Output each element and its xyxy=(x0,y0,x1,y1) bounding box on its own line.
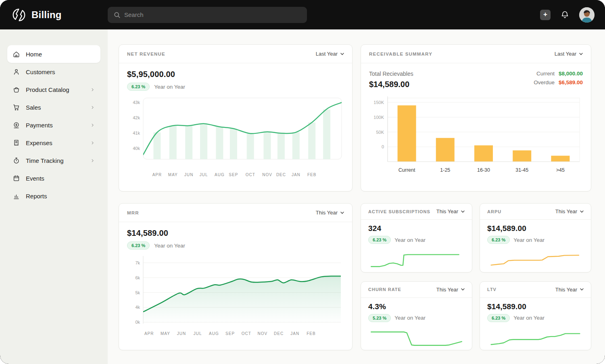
sidebar-item-home[interactable]: Home xyxy=(7,45,100,63)
svg-text:MAY: MAY xyxy=(161,331,170,336)
svg-text:0k: 0k xyxy=(135,320,140,324)
net-revenue-card: NET REVENUE Last Year $5,95,000.00 6.23 … xyxy=(119,44,353,191)
svg-text:0: 0 xyxy=(382,144,384,149)
sidebar-item-label: Reports xyxy=(26,193,47,200)
period-value: This Year xyxy=(555,208,577,214)
active-subscriptions-card: ACTIVE SUBSCRIPTIONS This Year 324 6.23 … xyxy=(361,203,472,272)
yoy-badge: 6.23 % xyxy=(127,83,150,91)
period-selector[interactable]: This Year xyxy=(436,287,465,293)
svg-text:100K: 100K xyxy=(373,115,384,120)
sidebar-item-time-tracking[interactable]: Time Tracking xyxy=(7,152,100,169)
sidebar-item-label: Events xyxy=(26,175,44,182)
user-avatar[interactable] xyxy=(579,7,595,23)
yoy-badge: 5.23 % xyxy=(368,314,391,322)
receivable-summary-card: RECEIVABLE SUMMARY Last Year Total Recie… xyxy=(361,44,591,191)
yoy-badge: 6.23 % xyxy=(487,236,510,244)
sidebar-item-payments[interactable]: Payments xyxy=(7,116,100,134)
card-title: ACTIVE SUBSCRIPTIONS xyxy=(368,209,430,214)
overdue-label: Overdue xyxy=(534,79,555,85)
sidebar-item-label: Sales xyxy=(26,104,41,111)
yoy-label: Year on Year xyxy=(394,315,426,321)
chevron-down-icon xyxy=(580,288,584,291)
notifications-bell-icon[interactable] xyxy=(560,10,570,19)
content: HomeCustomersProduct CatalogSalesPayment… xyxy=(0,29,605,364)
home-icon xyxy=(13,50,20,58)
bar-chart-icon xyxy=(13,192,20,200)
period-value: This Year xyxy=(316,210,338,216)
chevron-right-icon xyxy=(90,105,95,110)
svg-text:JUN: JUN xyxy=(177,331,186,336)
search-input[interactable] xyxy=(108,7,307,23)
svg-text:JUL: JUL xyxy=(200,173,208,177)
period-value: This Year xyxy=(555,287,577,293)
sidebar-item-reports[interactable]: Reports xyxy=(7,187,100,205)
current-value: $8,000.00 xyxy=(559,71,583,77)
yoy-label: Year on Year xyxy=(394,237,426,243)
mrr-value: $14,589.00 xyxy=(127,229,344,238)
main-content: NET REVENUE Last Year $5,95,000.00 6.23 … xyxy=(108,29,605,364)
svg-text:JUL: JUL xyxy=(194,331,202,336)
sidebar-item-sales[interactable]: Sales xyxy=(7,98,100,116)
period-selector[interactable]: Last Year xyxy=(555,51,583,57)
add-new-button[interactable]: + xyxy=(540,10,551,20)
sidebar-item-label: Customers xyxy=(26,69,55,75)
svg-text:MAY: MAY xyxy=(168,173,178,177)
card-title: LTV xyxy=(487,287,497,292)
sidebar-item-label: Product Catalog xyxy=(26,86,69,93)
yoy-label: Year on Year xyxy=(154,243,185,249)
svg-text:Current: Current xyxy=(398,167,415,173)
arpu-card: ARPU This Year $14,589.00 6.23 % Year on… xyxy=(480,203,591,272)
svg-text:AUG: AUG xyxy=(209,331,219,336)
net-revenue-value: $5,95,000.00 xyxy=(127,70,344,79)
ltv-value: $14,589.00 xyxy=(487,302,584,311)
period-selector[interactable]: This Year xyxy=(555,208,584,214)
chevron-down-icon xyxy=(580,210,584,213)
customers-icon xyxy=(13,68,20,76)
svg-text:OCT: OCT xyxy=(246,173,255,177)
period-selector[interactable]: This Year xyxy=(316,210,344,216)
card-title: RECEIVABLE SUMMARY xyxy=(369,52,432,56)
receivable-aging-chart: 150K100K50K0Current1-2516-3031-45>45 xyxy=(361,94,591,181)
sidebar-item-product-catalog[interactable]: Product Catalog xyxy=(7,81,100,98)
card-title: CHURN RATE xyxy=(368,287,401,292)
current-label: Current xyxy=(534,71,555,77)
sidebar-item-expenses[interactable]: Expenses xyxy=(7,134,100,152)
svg-text:42k: 42k xyxy=(133,115,140,120)
arpu-value: $14,589.00 xyxy=(487,224,584,233)
period-selector[interactable]: Last Year xyxy=(316,51,344,57)
mrr-card: MRR This Year $14,589.00 6.23 % Year on … xyxy=(119,203,353,350)
period-selector[interactable]: This Year xyxy=(555,287,584,293)
svg-text:6k: 6k xyxy=(135,275,140,280)
period-selector[interactable]: This Year xyxy=(436,208,465,214)
kpi-grid: ACTIVE SUBSCRIPTIONS This Year 324 6.23 … xyxy=(361,203,591,350)
svg-text:FEB: FEB xyxy=(307,173,316,177)
churn-rate-value: 4.3% xyxy=(368,302,465,311)
sidebar-item-customers[interactable]: Customers xyxy=(7,63,100,81)
app-title: Billing xyxy=(31,9,62,21)
svg-text:7k: 7k xyxy=(135,260,140,265)
search-icon xyxy=(113,11,121,19)
svg-text:5k: 5k xyxy=(135,290,140,295)
yoy-badge: 6.23 % xyxy=(487,314,510,322)
basket-icon xyxy=(13,86,20,94)
sidebar-item-label: Expenses xyxy=(26,139,52,146)
sidebar-item-events[interactable]: Events xyxy=(7,169,100,187)
svg-text:SEP: SEP xyxy=(229,173,238,177)
svg-text:1-25: 1-25 xyxy=(440,167,450,173)
cart-icon xyxy=(13,104,20,111)
card-title: MRR xyxy=(127,210,139,215)
svg-text:APR: APR xyxy=(144,331,154,336)
svg-text:40k: 40k xyxy=(133,146,140,151)
ltv-card: LTV This Year $14,589.00 6.23 % Year on … xyxy=(480,281,591,351)
period-value: Last Year xyxy=(555,51,576,57)
chevron-down-icon xyxy=(461,210,465,213)
svg-text:50K: 50K xyxy=(376,130,384,135)
active-subscriptions-sparkline xyxy=(368,248,465,272)
stopwatch-icon xyxy=(13,157,20,164)
receipt-icon xyxy=(13,139,20,147)
svg-text:NOV: NOV xyxy=(258,331,268,336)
payment-icon xyxy=(13,121,20,129)
svg-text:FEB: FEB xyxy=(307,331,315,336)
overdue-value: $6,589.00 xyxy=(559,79,583,85)
sidebar-nav: HomeCustomersProduct CatalogSalesPayment… xyxy=(0,29,108,364)
